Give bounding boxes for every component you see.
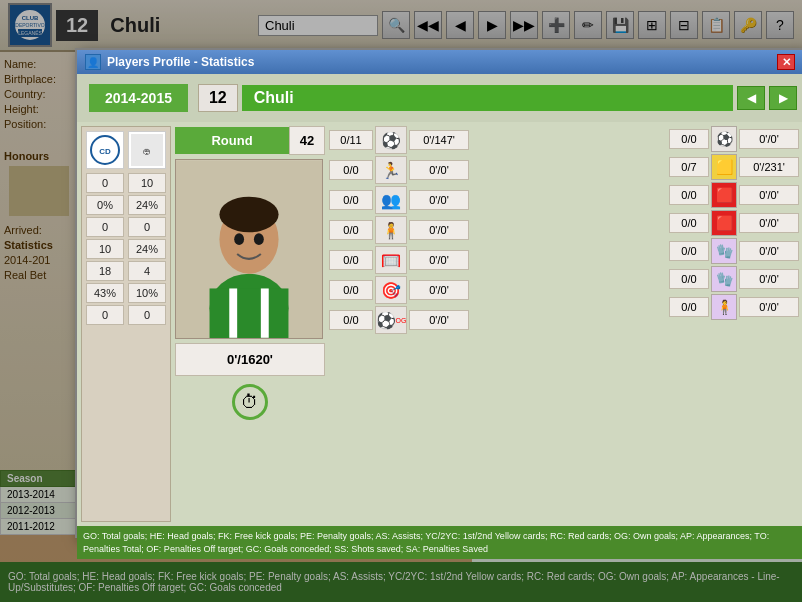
club-stat-val1: 10 [86,239,124,259]
right-val2-4: 0'/0' [739,241,799,261]
modal-legend-text: GO: Total goals; HE: Head goals; FK: Fre… [83,531,769,554]
stat-val1-3: 0/0 [329,220,373,240]
right-val2-3: 0'/0' [739,213,799,233]
right-stat-row-6: 0/0 🧍 0'/0' [669,294,799,320]
right-icon-5: 🧤 [711,266,737,292]
right-val1-3: 0/0 [669,213,709,233]
right-icon-0: ⚽ [711,126,737,152]
club-stat-val2: 10 [128,173,166,193]
stat-icon-0: ⚽ [375,126,407,154]
stat-row-6: 0/0 ⚽OG 0'/0' [329,306,665,334]
right-stat-row-1: 0/7 🟨 0'/231' [669,154,799,180]
stat-val1-1: 0/0 [329,160,373,180]
modal-title-icon: 👤 [85,54,101,70]
stat-row-3: 0/0 🧍 0'/0' [329,216,665,244]
right-stat-row-4: 0/0 🧤 0'/0' [669,238,799,264]
club-stat-val2: 0 [128,305,166,325]
player-photo [175,159,323,339]
right-val2-5: 0'/0' [739,269,799,289]
modal-body: CD 🏟 0 100% 24%0 010 24%18 443% 10%0 0 R… [77,122,802,526]
club-stat-val2: 24% [128,195,166,215]
svg-point-15 [234,233,244,245]
right-val1-6: 0/0 [669,297,709,317]
round-label: Round [175,127,289,154]
stat-row-4: 0/0 🥅 0'/0' [329,246,665,274]
modal-nav-buttons: ◀ ▶ [737,86,797,110]
right-icon-2: 🟥 [711,182,737,208]
stat-val2-3: 0'/0' [409,220,469,240]
stat-val1-5: 0/0 [329,280,373,300]
club-stat-row: 43% 10% [86,283,166,303]
svg-text:CD: CD [99,147,111,156]
right-icon-6: 🧍 [711,294,737,320]
svg-text:🏟: 🏟 [143,147,151,156]
club-stat-row: 0 0 [86,305,166,325]
modal-title-text: Players Profile - Statistics [107,55,254,69]
right-val2-6: 0'/0' [739,297,799,317]
stats-panel: 0/11 ⚽ 0'/147'0/0 🏃 0'/0'0/0 👥 0'/0'0/0 … [329,126,665,522]
club-stat-row: 18 4 [86,261,166,281]
right-stats-rows: 0/0 ⚽ 0'/0'0/7 🟨 0'/231'0/0 🟥 0'/0'0/0 🟥… [669,126,799,322]
right-val2-1: 0'/231' [739,157,799,177]
clock-icon: ⏱ [232,384,268,420]
svg-point-14 [219,197,278,233]
right-stat-row-0: 0/0 ⚽ 0'/0' [669,126,799,152]
right-stat-row-3: 0/0 🟥 0'/0' [669,210,799,236]
stat-row-5: 0/0 🎯 0'/0' [329,276,665,304]
right-icon-1: 🟨 [711,154,737,180]
right-val1-0: 0/0 [669,129,709,149]
stat-icon-3: 🧍 [375,216,407,244]
club-stat-val2: 4 [128,261,166,281]
club-stat-row: 10 24% [86,239,166,259]
club-stat-row: 0 10 [86,173,166,193]
right-icon-3: 🟥 [711,210,737,236]
club-stat-val1: 0 [86,173,124,193]
stat-icon-6: ⚽OG [375,306,407,334]
club-stats-panel: CD 🏟 0 100% 24%0 010 24%18 443% 10%0 0 [81,126,171,522]
right-val1-4: 0/0 [669,241,709,261]
svg-point-16 [254,233,264,245]
right-stat-row-2: 0/0 🟥 0'/0' [669,182,799,208]
modal-player-name: Chuli [242,85,733,111]
club-stat-val1: 43% [86,283,124,303]
modal-nav-prev[interactable]: ◀ [737,86,765,110]
club-stat-val1: 18 [86,261,124,281]
profile-modal: 👤 Players Profile - Statistics ✕ 2014-20… [75,48,802,538]
modal-titlebar: 👤 Players Profile - Statistics ✕ [77,50,802,74]
middle-panel: Round 42 [175,126,325,522]
stat-icon-4: 🥅 [375,246,407,274]
club-stats-container: 0 100% 24%0 010 24%18 443% 10%0 0 [86,173,166,327]
modal-close-button[interactable]: ✕ [777,54,795,70]
stat-val1-4: 0/0 [329,250,373,270]
stat-val1-0: 0/11 [329,130,373,150]
club-stat-row: 0% 24% [86,195,166,215]
right-icon-4: 🧤 [711,238,737,264]
stat-row-0: 0/11 ⚽ 0'/147' [329,126,665,154]
stat-val2-0: 0'/147' [409,130,469,150]
club-icons-row: CD 🏟 [86,131,166,169]
right-badges-panel: 0/0 ⚽ 0'/0'0/7 🟨 0'/231'0/0 🟥 0'/0'0/0 🟥… [669,126,799,522]
right-val1-2: 0/0 [669,185,709,205]
stats-rows: 0/11 ⚽ 0'/147'0/0 🏃 0'/0'0/0 👥 0'/0'0/0 … [329,126,665,336]
modal-subheader: 2014-2015 12 Chuli ◀ ▶ [77,74,802,122]
modal-nav-next[interactable]: ▶ [769,86,797,110]
stat-icon-1: 🏃 [375,156,407,184]
right-val1-1: 0/7 [669,157,709,177]
modal-player-number: 12 [198,84,238,112]
modal-title-group: 👤 Players Profile - Statistics [85,54,254,70]
stat-icon-2: 👥 [375,186,407,214]
stat-val2-1: 0'/0' [409,160,469,180]
svg-rect-17 [229,288,237,337]
club-stat-val2: 10% [128,283,166,303]
club-stat-val2: 24% [128,239,166,259]
stat-row-1: 0/0 🏃 0'/0' [329,156,665,184]
stat-val2-6: 0'/0' [409,310,469,330]
club-stat-val1: 0 [86,217,124,237]
round-value: 42 [289,126,325,155]
season-selector-button[interactable]: 2014-2015 [89,84,188,112]
round-display: Round 42 [175,126,325,155]
club-icon-1: CD [86,131,124,169]
stat-row-2: 0/0 👥 0'/0' [329,186,665,214]
time-display: 0'/1620' [175,343,325,376]
club-stat-val2: 0 [128,217,166,237]
